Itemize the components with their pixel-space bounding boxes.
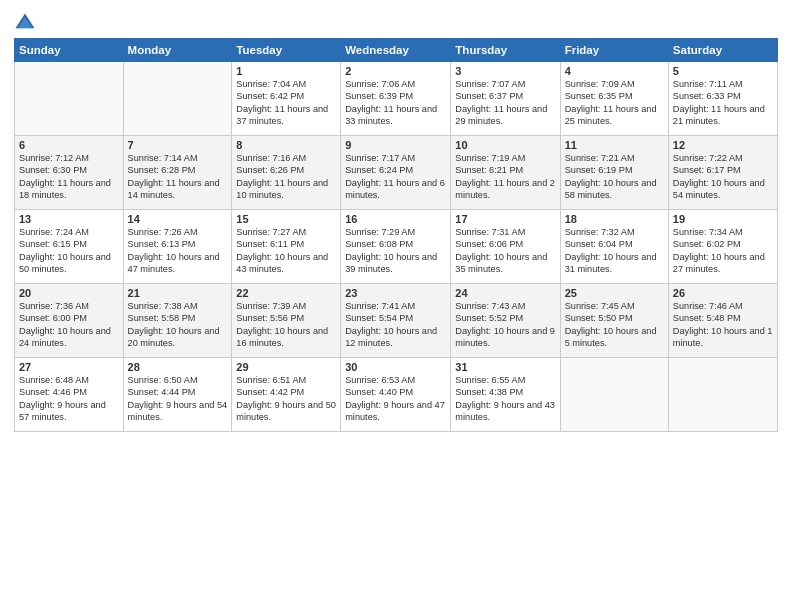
weekday-header: Thursday xyxy=(451,39,560,62)
day-number: 26 xyxy=(673,287,773,299)
logo xyxy=(14,12,40,34)
day-info: Sunrise: 6:48 AM Sunset: 4:46 PM Dayligh… xyxy=(19,374,119,424)
day-number: 14 xyxy=(128,213,228,225)
weekday-header: Friday xyxy=(560,39,668,62)
calendar-cell: 8Sunrise: 7:16 AM Sunset: 6:26 PM Daylig… xyxy=(232,136,341,210)
day-number: 3 xyxy=(455,65,555,77)
calendar-cell: 11Sunrise: 7:21 AM Sunset: 6:19 PM Dayli… xyxy=(560,136,668,210)
weekday-header: Tuesday xyxy=(232,39,341,62)
day-number: 6 xyxy=(19,139,119,151)
day-info: Sunrise: 7:22 AM Sunset: 6:17 PM Dayligh… xyxy=(673,152,773,202)
day-number: 1 xyxy=(236,65,336,77)
day-info: Sunrise: 7:41 AM Sunset: 5:54 PM Dayligh… xyxy=(345,300,446,350)
day-info: Sunrise: 7:34 AM Sunset: 6:02 PM Dayligh… xyxy=(673,226,773,276)
calendar-cell xyxy=(123,62,232,136)
day-info: Sunrise: 7:06 AM Sunset: 6:39 PM Dayligh… xyxy=(345,78,446,128)
logo-icon xyxy=(14,12,36,34)
day-number: 10 xyxy=(455,139,555,151)
day-number: 25 xyxy=(565,287,664,299)
day-info: Sunrise: 7:12 AM Sunset: 6:30 PM Dayligh… xyxy=(19,152,119,202)
calendar-cell: 5Sunrise: 7:11 AM Sunset: 6:33 PM Daylig… xyxy=(668,62,777,136)
calendar-cell: 12Sunrise: 7:22 AM Sunset: 6:17 PM Dayli… xyxy=(668,136,777,210)
day-info: Sunrise: 7:45 AM Sunset: 5:50 PM Dayligh… xyxy=(565,300,664,350)
day-info: Sunrise: 7:14 AM Sunset: 6:28 PM Dayligh… xyxy=(128,152,228,202)
calendar-week-row: 27Sunrise: 6:48 AM Sunset: 4:46 PM Dayli… xyxy=(15,358,778,432)
day-info: Sunrise: 7:46 AM Sunset: 5:48 PM Dayligh… xyxy=(673,300,773,350)
calendar-cell: 16Sunrise: 7:29 AM Sunset: 6:08 PM Dayli… xyxy=(341,210,451,284)
calendar-cell: 26Sunrise: 7:46 AM Sunset: 5:48 PM Dayli… xyxy=(668,284,777,358)
calendar-header-row: SundayMondayTuesdayWednesdayThursdayFrid… xyxy=(15,39,778,62)
day-number: 18 xyxy=(565,213,664,225)
day-number: 8 xyxy=(236,139,336,151)
calendar-cell: 22Sunrise: 7:39 AM Sunset: 5:56 PM Dayli… xyxy=(232,284,341,358)
day-info: Sunrise: 7:11 AM Sunset: 6:33 PM Dayligh… xyxy=(673,78,773,128)
calendar-cell: 1Sunrise: 7:04 AM Sunset: 6:42 PM Daylig… xyxy=(232,62,341,136)
day-number: 15 xyxy=(236,213,336,225)
calendar-cell: 28Sunrise: 6:50 AM Sunset: 4:44 PM Dayli… xyxy=(123,358,232,432)
day-info: Sunrise: 7:39 AM Sunset: 5:56 PM Dayligh… xyxy=(236,300,336,350)
calendar-cell: 18Sunrise: 7:32 AM Sunset: 6:04 PM Dayli… xyxy=(560,210,668,284)
day-info: Sunrise: 6:53 AM Sunset: 4:40 PM Dayligh… xyxy=(345,374,446,424)
day-info: Sunrise: 6:55 AM Sunset: 4:38 PM Dayligh… xyxy=(455,374,555,424)
day-number: 13 xyxy=(19,213,119,225)
day-number: 30 xyxy=(345,361,446,373)
day-info: Sunrise: 7:16 AM Sunset: 6:26 PM Dayligh… xyxy=(236,152,336,202)
day-number: 24 xyxy=(455,287,555,299)
calendar-cell xyxy=(668,358,777,432)
calendar-cell: 13Sunrise: 7:24 AM Sunset: 6:15 PM Dayli… xyxy=(15,210,124,284)
day-info: Sunrise: 7:24 AM Sunset: 6:15 PM Dayligh… xyxy=(19,226,119,276)
day-number: 9 xyxy=(345,139,446,151)
day-info: Sunrise: 7:29 AM Sunset: 6:08 PM Dayligh… xyxy=(345,226,446,276)
calendar-cell: 4Sunrise: 7:09 AM Sunset: 6:35 PM Daylig… xyxy=(560,62,668,136)
calendar-cell: 2Sunrise: 7:06 AM Sunset: 6:39 PM Daylig… xyxy=(341,62,451,136)
day-info: Sunrise: 7:07 AM Sunset: 6:37 PM Dayligh… xyxy=(455,78,555,128)
day-info: Sunrise: 6:50 AM Sunset: 4:44 PM Dayligh… xyxy=(128,374,228,424)
day-number: 4 xyxy=(565,65,664,77)
calendar-cell: 7Sunrise: 7:14 AM Sunset: 6:28 PM Daylig… xyxy=(123,136,232,210)
calendar-week-row: 6Sunrise: 7:12 AM Sunset: 6:30 PM Daylig… xyxy=(15,136,778,210)
weekday-header: Saturday xyxy=(668,39,777,62)
calendar-cell: 10Sunrise: 7:19 AM Sunset: 6:21 PM Dayli… xyxy=(451,136,560,210)
day-info: Sunrise: 7:04 AM Sunset: 6:42 PM Dayligh… xyxy=(236,78,336,128)
calendar-week-row: 13Sunrise: 7:24 AM Sunset: 6:15 PM Dayli… xyxy=(15,210,778,284)
calendar-week-row: 20Sunrise: 7:36 AM Sunset: 6:00 PM Dayli… xyxy=(15,284,778,358)
calendar-table: SundayMondayTuesdayWednesdayThursdayFrid… xyxy=(14,38,778,432)
day-number: 19 xyxy=(673,213,773,225)
calendar-cell: 27Sunrise: 6:48 AM Sunset: 4:46 PM Dayli… xyxy=(15,358,124,432)
day-info: Sunrise: 7:32 AM Sunset: 6:04 PM Dayligh… xyxy=(565,226,664,276)
day-number: 21 xyxy=(128,287,228,299)
calendar-cell xyxy=(15,62,124,136)
day-info: Sunrise: 7:31 AM Sunset: 6:06 PM Dayligh… xyxy=(455,226,555,276)
calendar-cell: 17Sunrise: 7:31 AM Sunset: 6:06 PM Dayli… xyxy=(451,210,560,284)
day-number: 12 xyxy=(673,139,773,151)
day-number: 28 xyxy=(128,361,228,373)
calendar-cell: 19Sunrise: 7:34 AM Sunset: 6:02 PM Dayli… xyxy=(668,210,777,284)
day-number: 20 xyxy=(19,287,119,299)
calendar-cell: 21Sunrise: 7:38 AM Sunset: 5:58 PM Dayli… xyxy=(123,284,232,358)
calendar-cell: 20Sunrise: 7:36 AM Sunset: 6:00 PM Dayli… xyxy=(15,284,124,358)
day-number: 31 xyxy=(455,361,555,373)
day-number: 23 xyxy=(345,287,446,299)
calendar-cell: 9Sunrise: 7:17 AM Sunset: 6:24 PM Daylig… xyxy=(341,136,451,210)
day-info: Sunrise: 7:17 AM Sunset: 6:24 PM Dayligh… xyxy=(345,152,446,202)
page-container: SundayMondayTuesdayWednesdayThursdayFrid… xyxy=(0,0,792,612)
calendar-cell: 3Sunrise: 7:07 AM Sunset: 6:37 PM Daylig… xyxy=(451,62,560,136)
day-info: Sunrise: 7:36 AM Sunset: 6:00 PM Dayligh… xyxy=(19,300,119,350)
day-info: Sunrise: 6:51 AM Sunset: 4:42 PM Dayligh… xyxy=(236,374,336,424)
day-info: Sunrise: 7:19 AM Sunset: 6:21 PM Dayligh… xyxy=(455,152,555,202)
weekday-header: Sunday xyxy=(15,39,124,62)
day-info: Sunrise: 7:38 AM Sunset: 5:58 PM Dayligh… xyxy=(128,300,228,350)
day-info: Sunrise: 7:21 AM Sunset: 6:19 PM Dayligh… xyxy=(565,152,664,202)
day-number: 2 xyxy=(345,65,446,77)
day-number: 22 xyxy=(236,287,336,299)
calendar-cell: 14Sunrise: 7:26 AM Sunset: 6:13 PM Dayli… xyxy=(123,210,232,284)
weekday-header: Monday xyxy=(123,39,232,62)
day-number: 29 xyxy=(236,361,336,373)
day-number: 16 xyxy=(345,213,446,225)
calendar-cell: 30Sunrise: 6:53 AM Sunset: 4:40 PM Dayli… xyxy=(341,358,451,432)
day-info: Sunrise: 7:27 AM Sunset: 6:11 PM Dayligh… xyxy=(236,226,336,276)
day-info: Sunrise: 7:43 AM Sunset: 5:52 PM Dayligh… xyxy=(455,300,555,350)
calendar-cell: 23Sunrise: 7:41 AM Sunset: 5:54 PM Dayli… xyxy=(341,284,451,358)
weekday-header: Wednesday xyxy=(341,39,451,62)
day-number: 17 xyxy=(455,213,555,225)
